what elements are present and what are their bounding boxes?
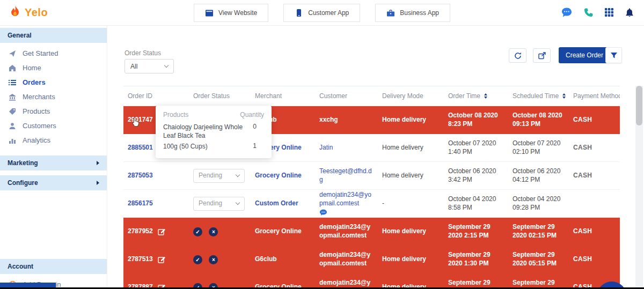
flame-logo-icon — [9, 5, 21, 20]
decline-order-icon[interactable]: × — [209, 255, 218, 264]
column-header-order-time: Order Time — [444, 92, 508, 100]
popover-quantity-header: Quantity — [240, 111, 264, 118]
order-id-link[interactable]: 2885501 — [128, 144, 153, 152]
accept-order-icon[interactable]: ✓ — [193, 255, 202, 264]
analytics-bars-icon — [9, 136, 17, 144]
top-navigation: View Website Customer App Business App — [194, 4, 450, 22]
sidebar-section-marketing[interactable]: Marketing — [0, 155, 107, 171]
table-row[interactable]: 2787513 ✓ × G6club demojatin234@yopmail.… — [123, 246, 620, 273]
scheduled-time-cell: October 06 2020 04:12 PM — [508, 167, 569, 184]
chevron-down-icon — [236, 173, 240, 177]
order-status-filter-label: Order Status — [125, 49, 161, 57]
product-quantity: 0 — [253, 123, 264, 140]
merchant-cell[interactable]: G6club — [251, 255, 315, 264]
sidebar-item-customers[interactable]: Customers — [0, 118, 107, 133]
customer-cell[interactable]: xxchg — [315, 116, 378, 124]
customer-cell[interactable]: demojatin234@yopmail.comtest — [315, 251, 378, 268]
table-header-row: Order ID Order Status Merchant Customer … — [123, 86, 620, 106]
chevron-right-icon — [97, 161, 99, 165]
customer-cell[interactable]: demojatin234@yopmail.comtest — [319, 191, 374, 208]
sort-icon[interactable] — [484, 93, 487, 99]
product-tag-icon — [9, 107, 17, 115]
product-quantity: 1 — [253, 142, 264, 151]
sort-icon[interactable] — [562, 93, 566, 99]
order-id-link[interactable]: 2787513 — [128, 255, 153, 264]
product-name: 100g (50 Cups) — [163, 142, 244, 151]
order-time-cell: September 29 2020 2:15 PM — [444, 223, 508, 240]
merchant-cell[interactable]: Grocery Online — [251, 172, 315, 180]
business-app-button[interactable]: Business App — [375, 4, 450, 22]
edit-icon[interactable] — [158, 228, 166, 235]
table-row[interactable]: 2875053 Pending Grocery Online Teesteget… — [123, 162, 620, 190]
sidebar-item-label: Products — [23, 107, 50, 115]
customer-cell[interactable]: demojatin234@yopmail.comtest — [315, 223, 378, 240]
sidebar-section-general: General — [0, 28, 107, 43]
sidebar-item-get-started[interactable]: Get Started — [0, 46, 107, 61]
sidebar-item-label: Customers — [23, 122, 56, 130]
sidebar-item-label: Analytics — [23, 136, 50, 144]
sidebar-item-home[interactable]: Home — [0, 61, 107, 75]
section-general-label: General — [8, 32, 32, 39]
order-time-cell: September 29 2020 1:30 PM — [444, 251, 508, 268]
order-status-dropdown[interactable]: Pending — [193, 197, 245, 211]
table-row[interactable]: 2787887 ✓ × Grocery Online demojatin234@… — [123, 273, 620, 289]
filter-button[interactable] — [605, 47, 622, 63]
edit-icon[interactable] — [158, 256, 166, 263]
sidebar-item-products[interactable]: Products — [0, 104, 107, 118]
popover-product-row: Chaiology Darjeeling Whole Leaf Black Te… — [163, 123, 264, 140]
refresh-button[interactable] — [509, 48, 526, 63]
apps-grid-icon[interactable] — [604, 8, 614, 17]
mouse-cursor — [131, 117, 140, 130]
column-header-customer: Customer — [315, 92, 378, 100]
create-order-button[interactable]: Create Order — [559, 47, 610, 63]
column-header-order-id: Order ID — [123, 92, 189, 100]
delivery-mode-cell: Home delivery — [378, 144, 444, 152]
table-row[interactable]: 2856175 Pending Custom Order demojatin23… — [123, 190, 620, 218]
topbar: Yelo View Website Customer App Business … — [0, 0, 644, 26]
merchant-cell[interactable]: Custom Order — [251, 199, 315, 208]
sidebar-item-orders[interactable]: Orders — [0, 75, 107, 90]
business-app-label: Business App — [400, 9, 439, 17]
decline-order-icon[interactable]: × — [209, 227, 218, 236]
customer-app-button[interactable]: Customer App — [283, 4, 360, 22]
merchant-cell[interactable]: Grocery Online — [251, 227, 315, 236]
section-configure-label: Configure — [8, 179, 38, 187]
order-status-dropdown[interactable]: Pending — [193, 169, 245, 183]
delivery-mode-cell: - — [378, 199, 444, 208]
support-chat-icon[interactable] — [561, 7, 573, 18]
order-time-cell: October 08 2020 8:23 PM — [444, 112, 508, 128]
filter-funnel-icon — [610, 52, 618, 59]
call-icon[interactable] — [583, 8, 594, 18]
sidebar-item-merchants[interactable]: Merchants — [0, 90, 107, 104]
orders-page: Order Status All Create Order Order ID O… — [107, 26, 644, 289]
payment-cell: CASH — [569, 144, 620, 152]
sidebar-item-analytics[interactable]: Analytics — [0, 133, 107, 147]
scrollbar[interactable] — [635, 86, 643, 289]
rocket-icon — [9, 49, 17, 57]
notifications-bell-icon[interactable] — [625, 8, 634, 18]
scrollbar-thumb[interactable] — [636, 86, 642, 125]
order-id-link[interactable]: 2856175 — [128, 199, 153, 208]
payment-cell: CASH — [569, 255, 620, 264]
yelo-logo[interactable]: Yelo — [9, 5, 48, 20]
logo-text: Yelo — [25, 6, 48, 19]
refresh-icon — [514, 52, 522, 60]
order-id-link[interactable]: 2787952 — [128, 227, 153, 236]
delivery-mode-cell: Home delivery — [378, 255, 444, 264]
sidebar-section-account: Account — [0, 259, 107, 274]
delivery-mode-cell: Home delivery — [378, 116, 444, 124]
home-icon — [9, 64, 17, 72]
order-id-link[interactable]: 2875053 — [128, 172, 153, 180]
topbar-right-icons — [561, 7, 634, 18]
order-status-filter-select[interactable]: All — [125, 59, 174, 73]
accept-order-icon[interactable]: ✓ — [193, 227, 202, 236]
chat-bubble-icon[interactable] — [319, 209, 327, 216]
customer-cell[interactable]: Teesteget@dfhd.dg — [315, 167, 378, 184]
payment-cell: CASH — [569, 227, 620, 236]
view-website-button[interactable]: View Website — [194, 4, 268, 22]
sidebar-item-label: Merchants — [23, 93, 55, 101]
export-button[interactable] — [533, 48, 551, 63]
sidebar-section-configure[interactable]: Configure — [0, 175, 107, 190]
table-row[interactable]: 2787952 ✓ × Grocery Online demojatin234@… — [123, 218, 620, 246]
customer-cell[interactable]: Jatin — [315, 144, 378, 152]
